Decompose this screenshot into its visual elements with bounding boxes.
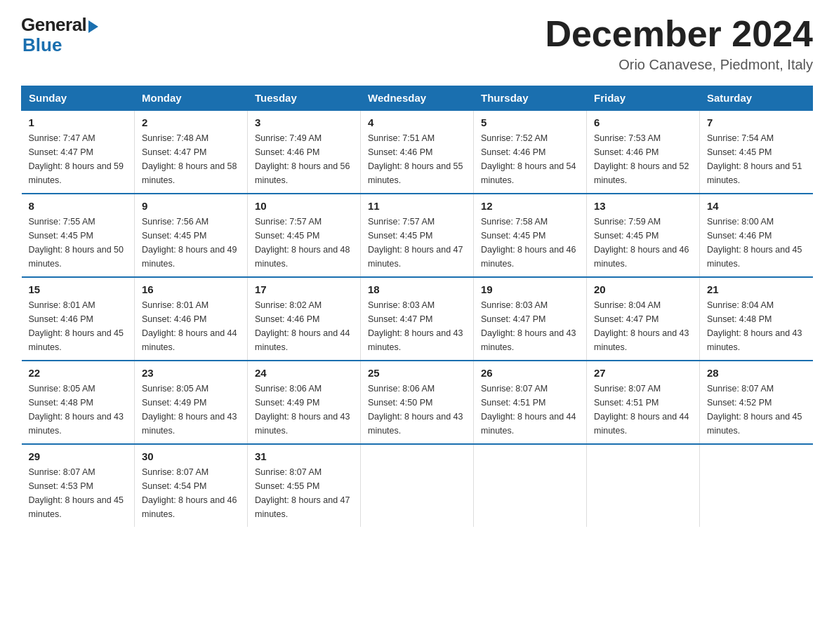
calendar-cell: 10 Sunrise: 7:57 AM Sunset: 4:45 PM Dayl… bbox=[248, 194, 361, 277]
calendar-cell: 19 Sunrise: 8:03 AM Sunset: 4:47 PM Dayl… bbox=[474, 277, 587, 361]
day-number: 17 bbox=[255, 283, 353, 295]
logo-general-text: General bbox=[21, 14, 86, 36]
header-sunday: Sunday bbox=[22, 86, 135, 111]
day-info: Sunrise: 8:05 AM Sunset: 4:49 PM Dayligh… bbox=[142, 382, 240, 438]
day-number: 30 bbox=[142, 450, 240, 462]
day-info: Sunrise: 8:01 AM Sunset: 4:46 PM Dayligh… bbox=[142, 298, 240, 354]
day-number: 12 bbox=[481, 200, 579, 212]
week-row-1: 1 Sunrise: 7:47 AM Sunset: 4:47 PM Dayli… bbox=[22, 110, 813, 194]
header-friday: Friday bbox=[587, 86, 700, 111]
day-number: 20 bbox=[594, 283, 692, 295]
day-number: 31 bbox=[255, 450, 353, 462]
day-number: 7 bbox=[707, 116, 806, 128]
day-info: Sunrise: 7:59 AM Sunset: 4:45 PM Dayligh… bbox=[594, 215, 692, 271]
day-number: 18 bbox=[368, 283, 466, 295]
calendar-cell: 27 Sunrise: 8:07 AM Sunset: 4:51 PM Dayl… bbox=[587, 361, 700, 444]
day-info: Sunrise: 8:05 AM Sunset: 4:48 PM Dayligh… bbox=[29, 382, 128, 438]
day-info: Sunrise: 7:47 AM Sunset: 4:47 PM Dayligh… bbox=[29, 131, 128, 187]
calendar-cell: 6 Sunrise: 7:53 AM Sunset: 4:46 PM Dayli… bbox=[587, 110, 700, 194]
calendar-cell: 2 Sunrise: 7:48 AM Sunset: 4:47 PM Dayli… bbox=[135, 110, 248, 194]
day-number: 8 bbox=[29, 200, 128, 212]
day-info: Sunrise: 8:07 AM Sunset: 4:54 PM Dayligh… bbox=[142, 465, 240, 521]
calendar-cell: 5 Sunrise: 7:52 AM Sunset: 4:46 PM Dayli… bbox=[474, 110, 587, 194]
week-row-2: 8 Sunrise: 7:55 AM Sunset: 4:45 PM Dayli… bbox=[22, 194, 813, 277]
calendar-cell: 1 Sunrise: 7:47 AM Sunset: 4:47 PM Dayli… bbox=[22, 110, 135, 194]
day-info: Sunrise: 8:07 AM Sunset: 4:53 PM Dayligh… bbox=[29, 465, 128, 521]
day-number: 25 bbox=[368, 367, 466, 379]
day-number: 6 bbox=[594, 116, 692, 128]
calendar-cell: 18 Sunrise: 8:03 AM Sunset: 4:47 PM Dayl… bbox=[361, 277, 474, 361]
day-number: 15 bbox=[29, 283, 128, 295]
title-block: December 2024 Orio Canavese, Piedmont, I… bbox=[545, 14, 813, 73]
calendar-cell: 16 Sunrise: 8:01 AM Sunset: 4:46 PM Dayl… bbox=[135, 277, 248, 361]
day-info: Sunrise: 8:03 AM Sunset: 4:47 PM Dayligh… bbox=[368, 298, 466, 354]
calendar-cell: 23 Sunrise: 8:05 AM Sunset: 4:49 PM Dayl… bbox=[135, 361, 248, 444]
day-info: Sunrise: 7:48 AM Sunset: 4:47 PM Dayligh… bbox=[142, 131, 240, 187]
calendar-cell: 26 Sunrise: 8:07 AM Sunset: 4:51 PM Dayl… bbox=[474, 361, 587, 444]
day-number: 5 bbox=[481, 116, 579, 128]
week-row-4: 22 Sunrise: 8:05 AM Sunset: 4:48 PM Dayl… bbox=[22, 361, 813, 444]
day-number: 11 bbox=[368, 200, 466, 212]
day-info: Sunrise: 7:53 AM Sunset: 4:46 PM Dayligh… bbox=[594, 131, 692, 187]
day-number: 16 bbox=[142, 283, 240, 295]
day-info: Sunrise: 8:06 AM Sunset: 4:49 PM Dayligh… bbox=[255, 382, 353, 438]
header-wednesday: Wednesday bbox=[361, 86, 474, 111]
day-info: Sunrise: 7:58 AM Sunset: 4:45 PM Dayligh… bbox=[481, 215, 579, 271]
day-info: Sunrise: 7:52 AM Sunset: 4:46 PM Dayligh… bbox=[481, 131, 579, 187]
calendar-cell: 29 Sunrise: 8:07 AM Sunset: 4:53 PM Dayl… bbox=[22, 444, 135, 527]
calendar-cell: 31 Sunrise: 8:07 AM Sunset: 4:55 PM Dayl… bbox=[248, 444, 361, 527]
day-number: 1 bbox=[29, 116, 128, 128]
calendar-cell: 7 Sunrise: 7:54 AM Sunset: 4:45 PM Dayli… bbox=[700, 110, 813, 194]
day-number: 3 bbox=[255, 116, 353, 128]
day-info: Sunrise: 8:07 AM Sunset: 4:51 PM Dayligh… bbox=[594, 382, 692, 438]
calendar-cell bbox=[587, 444, 700, 527]
calendar-table: SundayMondayTuesdayWednesdayThursdayFrid… bbox=[21, 86, 813, 527]
day-info: Sunrise: 8:04 AM Sunset: 4:47 PM Dayligh… bbox=[594, 298, 692, 354]
day-number: 29 bbox=[29, 450, 128, 462]
calendar-cell: 15 Sunrise: 8:01 AM Sunset: 4:46 PM Dayl… bbox=[22, 277, 135, 361]
day-info: Sunrise: 7:57 AM Sunset: 4:45 PM Dayligh… bbox=[368, 215, 466, 271]
day-number: 9 bbox=[142, 200, 240, 212]
day-number: 26 bbox=[481, 367, 579, 379]
calendar-cell: 4 Sunrise: 7:51 AM Sunset: 4:46 PM Dayli… bbox=[361, 110, 474, 194]
calendar-cell: 11 Sunrise: 7:57 AM Sunset: 4:45 PM Dayl… bbox=[361, 194, 474, 277]
header-monday: Monday bbox=[135, 86, 248, 111]
calendar-cell: 12 Sunrise: 7:58 AM Sunset: 4:45 PM Dayl… bbox=[474, 194, 587, 277]
calendar-cell: 8 Sunrise: 7:55 AM Sunset: 4:45 PM Dayli… bbox=[22, 194, 135, 277]
calendar-cell: 28 Sunrise: 8:07 AM Sunset: 4:52 PM Dayl… bbox=[700, 361, 813, 444]
calendar-header-row: SundayMondayTuesdayWednesdayThursdayFrid… bbox=[22, 86, 813, 111]
logo: General Blue bbox=[21, 14, 98, 56]
day-number: 28 bbox=[707, 367, 806, 379]
day-number: 23 bbox=[142, 367, 240, 379]
day-info: Sunrise: 8:07 AM Sunset: 4:51 PM Dayligh… bbox=[481, 382, 579, 438]
calendar-cell: 14 Sunrise: 8:00 AM Sunset: 4:46 PM Dayl… bbox=[700, 194, 813, 277]
day-info: Sunrise: 8:00 AM Sunset: 4:46 PM Dayligh… bbox=[707, 215, 806, 271]
calendar-cell bbox=[474, 444, 587, 527]
header-saturday: Saturday bbox=[700, 86, 813, 111]
logo-arrow-icon bbox=[88, 20, 98, 33]
day-info: Sunrise: 8:02 AM Sunset: 4:46 PM Dayligh… bbox=[255, 298, 353, 354]
day-number: 13 bbox=[594, 200, 692, 212]
day-number: 19 bbox=[481, 283, 579, 295]
day-info: Sunrise: 7:57 AM Sunset: 4:45 PM Dayligh… bbox=[255, 215, 353, 271]
location-text: Orio Canavese, Piedmont, Italy bbox=[545, 57, 813, 73]
calendar-cell: 9 Sunrise: 7:56 AM Sunset: 4:45 PM Dayli… bbox=[135, 194, 248, 277]
day-number: 2 bbox=[142, 116, 240, 128]
day-number: 22 bbox=[29, 367, 128, 379]
calendar-cell: 20 Sunrise: 8:04 AM Sunset: 4:47 PM Dayl… bbox=[587, 277, 700, 361]
day-info: Sunrise: 8:07 AM Sunset: 4:52 PM Dayligh… bbox=[707, 382, 806, 438]
calendar-cell: 22 Sunrise: 8:05 AM Sunset: 4:48 PM Dayl… bbox=[22, 361, 135, 444]
week-row-3: 15 Sunrise: 8:01 AM Sunset: 4:46 PM Dayl… bbox=[22, 277, 813, 361]
day-number: 4 bbox=[368, 116, 466, 128]
calendar-cell: 25 Sunrise: 8:06 AM Sunset: 4:50 PM Dayl… bbox=[361, 361, 474, 444]
day-number: 10 bbox=[255, 200, 353, 212]
day-info: Sunrise: 7:56 AM Sunset: 4:45 PM Dayligh… bbox=[142, 215, 240, 271]
day-info: Sunrise: 8:06 AM Sunset: 4:50 PM Dayligh… bbox=[368, 382, 466, 438]
calendar-cell bbox=[361, 444, 474, 527]
day-number: 24 bbox=[255, 367, 353, 379]
calendar-cell: 3 Sunrise: 7:49 AM Sunset: 4:46 PM Dayli… bbox=[248, 110, 361, 194]
header-thursday: Thursday bbox=[474, 86, 587, 111]
header-tuesday: Tuesday bbox=[248, 86, 361, 111]
calendar-cell: 30 Sunrise: 8:07 AM Sunset: 4:54 PM Dayl… bbox=[135, 444, 248, 527]
month-title: December 2024 bbox=[545, 14, 813, 54]
